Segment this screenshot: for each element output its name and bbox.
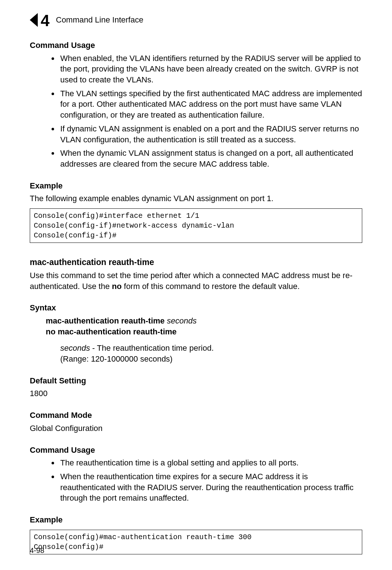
param-line-1: seconds - The reauthentication time peri… (60, 343, 362, 354)
usage-bullets-1: When enabled, the VLAN identifiers retur… (30, 53, 362, 170)
bullet-item: When enabled, the VLAN identifiers retur… (59, 53, 362, 85)
heading-mode: Command Mode (30, 410, 362, 421)
header-title: Command Line Interface (56, 15, 143, 25)
command-title: mac-authentication reauth-time (30, 257, 362, 268)
syntax-param: seconds (167, 316, 197, 325)
heading-example-2: Example (30, 514, 362, 525)
usage-bullets-2: The reauthentication time is a global se… (30, 457, 362, 504)
page-number: 4-98 (30, 546, 44, 555)
command-description: Use this command to set the time period … (30, 270, 362, 292)
chapter-number-text: 4 (41, 12, 50, 29)
bullet-item: When the reauthentication time expires f… (59, 471, 362, 504)
syntax-block: mac-authentication reauth-time seconds n… (46, 315, 362, 337)
mode-value: Global Configuration (30, 423, 362, 434)
bullet-item: The VLAN settings specified by the first… (59, 88, 362, 121)
heading-example-1: Example (30, 180, 362, 191)
chapter-number-icon: 4 (30, 11, 50, 29)
param-line-2: (Range: 120-1000000 seconds) (60, 354, 362, 365)
syntax-line-2: no mac-authentication reauth-time (46, 326, 362, 337)
default-value: 1800 (30, 388, 362, 399)
syntax-line-1: mac-authentication reauth-time seconds (46, 315, 362, 326)
code-block-2: Console(config)#mac-authentication reaut… (30, 530, 362, 554)
bullet-item: The reauthentication time is a global se… (59, 457, 362, 468)
bullet-item: If dynamic VLAN assignment is enabled on… (59, 123, 362, 145)
heading-command-usage-2: Command Usage (30, 445, 362, 456)
heading-command-usage-1: Command Usage (30, 40, 362, 51)
code-block-1: Console(config)#interface ethernet 1/1 C… (30, 208, 362, 243)
example-intro-1: The following example enables dynamic VL… (30, 193, 362, 204)
desc-post: form of this command to restore the defa… (122, 282, 299, 291)
bullet-item: When the dynamic VLAN assignment status … (59, 148, 362, 169)
syntax-param-block: seconds - The reauthentication time peri… (60, 343, 362, 364)
page-header: 4 Command Line Interface (30, 11, 362, 29)
page-content: 4 Command Line Interface Command Usage W… (0, 0, 392, 554)
desc-bold: no (112, 282, 122, 291)
param-name: seconds (60, 343, 90, 353)
param-desc: - The reauthentication time period. (90, 343, 214, 353)
svg-marker-0 (30, 13, 38, 27)
heading-syntax: Syntax (30, 302, 362, 313)
heading-default: Default Setting (30, 375, 362, 386)
syntax-cmd: mac-authentication reauth-time (46, 316, 165, 325)
